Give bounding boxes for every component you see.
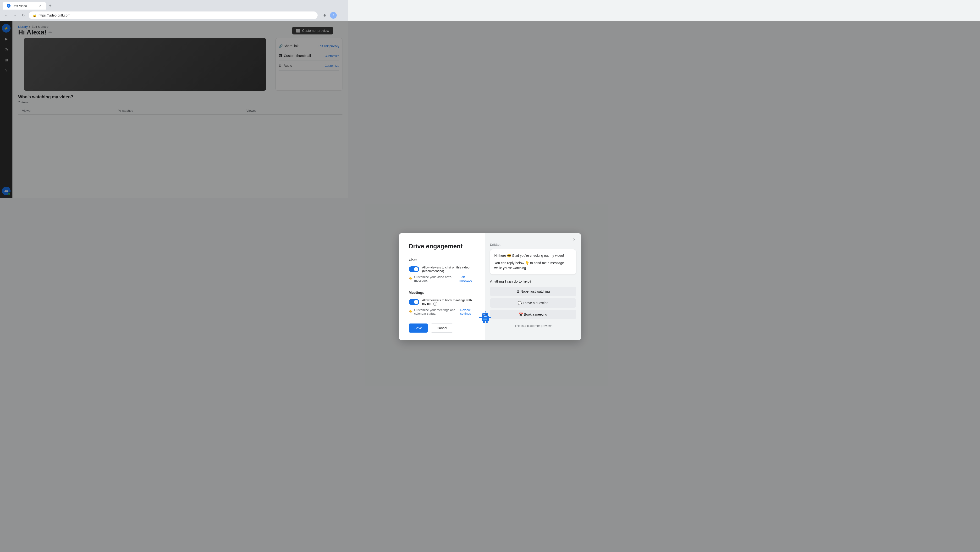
tab-favicon: D	[7, 4, 11, 8]
refresh-btn[interactable]: ↻	[20, 12, 27, 19]
new-tab-btn[interactable]: +	[47, 2, 54, 9]
modal-overlay: × Drive engagement Chat Allow viewers to…	[0, 21, 348, 198]
tab-bar: D Drift Video ✕ +	[0, 0, 348, 10]
browser-chrome: D Drift Video ✕ + ← → ↻ 🔒 https://video.…	[0, 0, 348, 21]
menu-btn[interactable]: ⋮	[339, 12, 345, 19]
active-tab[interactable]: D Drift Video ✕	[3, 2, 46, 10]
tab-close-btn[interactable]: ✕	[38, 4, 42, 8]
url-text: https://video.drift.com	[38, 13, 70, 17]
address-bar: ← → ↻ 🔒 https://video.drift.com ⊕ J ⋮	[0, 10, 348, 21]
back-btn[interactable]: ←	[3, 12, 10, 19]
tab-title: Drift Video	[13, 4, 27, 8]
lock-icon: 🔒	[32, 13, 37, 17]
extensions-btn[interactable]: ⊕	[321, 12, 328, 19]
chrome-actions: ⊕ J ⋮	[321, 12, 345, 19]
forward-btn[interactable]: →	[11, 12, 18, 19]
profile-btn[interactable]: J	[330, 12, 337, 19]
url-bar[interactable]: 🔒 https://video.drift.com	[29, 11, 318, 19]
